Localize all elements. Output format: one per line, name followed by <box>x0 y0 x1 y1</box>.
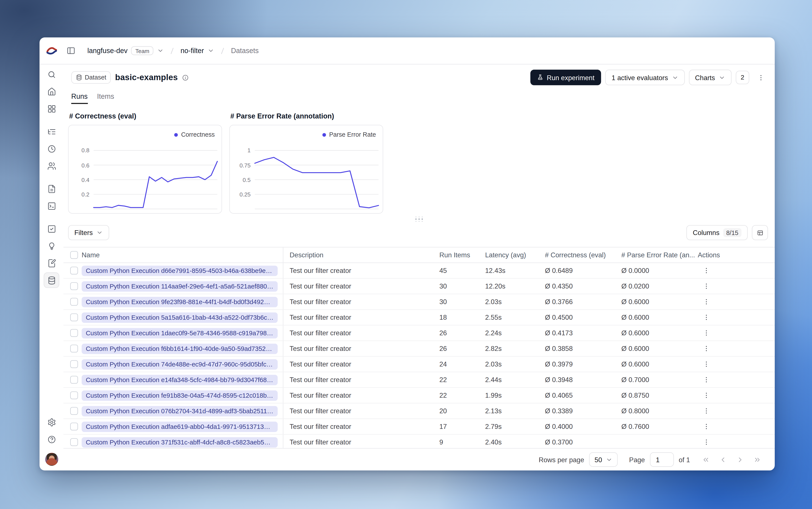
sidebar-item-dashboards[interactable] <box>44 101 59 116</box>
row-checkbox[interactable] <box>70 423 78 430</box>
sidebar-item-prompts[interactable] <box>44 181 59 197</box>
sidebar-item-annotation[interactable] <box>44 255 59 271</box>
more-actions-button[interactable] <box>753 70 768 85</box>
rows-per-page-select[interactable]: 50 <box>589 452 618 467</box>
row-actions-menu-button[interactable] <box>699 279 713 293</box>
chevron-down-icon <box>208 47 214 54</box>
page-number-input[interactable] <box>650 452 674 467</box>
row-checkbox[interactable] <box>70 298 78 306</box>
run-name-link[interactable]: Custom Python Execution e14fa348-5cfc-49… <box>82 374 278 385</box>
sidebar-item-evaluation[interactable] <box>44 221 59 237</box>
run-name-link[interactable]: Custom Python Execution 9fe23f98-881e-44… <box>82 297 278 307</box>
chart-resize-handle[interactable] <box>414 217 424 222</box>
langfuse-logo[interactable] <box>39 47 63 55</box>
run-name-link[interactable]: Custom Python Execution d66e7991-8595-45… <box>82 265 278 276</box>
user-avatar[interactable] <box>45 453 58 466</box>
pagination-controls <box>698 452 764 467</box>
sidebar-item-tracing[interactable] <box>44 124 59 139</box>
active-evaluators-dropdown[interactable]: 1 active evaluators <box>605 70 685 86</box>
table-row: Custom Python Execution f6bb1614-1f90-40… <box>64 341 775 357</box>
previous-page-button[interactable] <box>715 452 730 467</box>
row-actions-menu-button[interactable] <box>699 420 713 433</box>
run-name-link[interactable]: Custom Python Execution 076b2704-341d-48… <box>82 406 278 416</box>
chevron-down-icon <box>672 74 678 81</box>
row-checkbox[interactable] <box>70 361 78 368</box>
last-page-button[interactable] <box>750 452 764 467</box>
row-checkbox[interactable] <box>70 438 78 446</box>
dataset-info-button[interactable] <box>182 74 189 81</box>
run-experiment-button[interactable]: Run experiment <box>530 70 601 86</box>
run-name-link[interactable]: Custom Python Execution 74de488e-ec9d-47… <box>82 359 278 369</box>
column-header-correctness: # Correctness (eval) <box>545 251 621 259</box>
row-checkbox[interactable] <box>70 392 78 399</box>
organization-selector[interactable]: langfuse-dev Team <box>87 46 164 55</box>
sidebar-item-sessions[interactable] <box>44 141 59 157</box>
run-name-link[interactable]: Custom Python Execution 114aa9ef-29e6-4e… <box>82 281 278 291</box>
tab-items[interactable]: Items <box>97 93 114 104</box>
run-correctness: Ø 0.4065 <box>545 392 621 399</box>
sidebar-item-datasets[interactable] <box>44 272 59 288</box>
run-name-link[interactable]: Custom Python Execution fe91b83e-04a5-47… <box>82 390 278 401</box>
row-actions-menu-button[interactable] <box>699 373 713 386</box>
row-actions-menu-button[interactable] <box>699 358 713 371</box>
sidebar-item-home[interactable] <box>44 83 59 99</box>
row-checkbox[interactable] <box>70 329 78 337</box>
kebab-menu-icon <box>702 298 710 306</box>
filters-label: Filters <box>74 229 93 237</box>
tab-runs[interactable]: Runs <box>71 93 88 104</box>
row-actions-menu-button[interactable] <box>699 404 713 417</box>
row-checkbox[interactable] <box>70 314 78 321</box>
organization-name: langfuse-dev <box>87 47 128 55</box>
row-checkbox[interactable] <box>70 407 78 415</box>
column-header-description: Description <box>283 251 439 259</box>
table-layout-icon <box>757 230 763 236</box>
sidebar-item-judge[interactable] <box>44 238 59 253</box>
sidebar-toggle-button[interactable] <box>64 43 78 58</box>
table-row: Custom Python Execution 076b2704-341d-48… <box>64 403 775 419</box>
next-page-button[interactable] <box>733 452 747 467</box>
gear-icon <box>47 417 56 427</box>
sidebar-item-search[interactable] <box>44 67 59 82</box>
sidebar-item-playground[interactable] <box>44 198 59 213</box>
select-all-checkbox[interactable] <box>70 251 78 259</box>
first-page-button[interactable] <box>698 452 713 467</box>
run-latency: 12.20s <box>485 282 545 290</box>
table-row: Custom Python Execution e14fa348-5cfc-49… <box>64 372 775 388</box>
row-actions-menu-button[interactable] <box>699 342 713 355</box>
run-correctness: Ø 0.3979 <box>545 360 621 368</box>
sidebar-item-settings[interactable] <box>44 414 59 430</box>
row-checkbox[interactable] <box>70 267 78 274</box>
run-name-link[interactable]: Custom Python Execution 5a15a616-1bab-44… <box>82 312 278 323</box>
row-actions-menu-button[interactable] <box>699 295 713 308</box>
sidebar-item-support[interactable] <box>44 432 59 447</box>
row-actions-menu-button[interactable] <box>699 264 713 277</box>
row-actions-menu-button[interactable] <box>699 435 713 448</box>
run-name-link[interactable]: Custom Python Execution adfae619-abb0-4d… <box>82 421 278 432</box>
filters-button[interactable]: Filters <box>68 225 109 240</box>
run-name-link[interactable]: Custom Python Execution f6bb1614-1f90-40… <box>82 343 278 354</box>
row-checkbox[interactable] <box>70 376 78 383</box>
toolbar-right: Columns 8/15 <box>686 225 768 240</box>
columns-button[interactable]: Columns 8/15 <box>686 225 748 240</box>
charts-dropdown[interactable]: Charts <box>689 70 732 86</box>
row-actions-menu-button[interactable] <box>699 388 713 402</box>
row-checkbox[interactable] <box>70 345 78 352</box>
project-selector[interactable]: no-filter <box>180 47 214 55</box>
chevron-left-icon <box>719 456 726 464</box>
kebab-menu-icon <box>702 422 710 430</box>
chevron-right-icon <box>736 456 744 464</box>
run-name-link[interactable]: Custom Python Execution 371f531c-abff-4d… <box>82 437 278 447</box>
row-checkbox[interactable] <box>70 282 78 290</box>
run-name-link[interactable]: Custom Python Execution 1daec0f9-5e78-43… <box>82 328 278 338</box>
project-name: no-filter <box>180 47 204 55</box>
kebab-menu-icon <box>702 267 710 274</box>
run-latency: 2.55s <box>485 313 545 321</box>
table-view-options-button[interactable] <box>752 225 768 240</box>
breadcrumb: langfuse-dev Team no-filter Datasets <box>87 46 259 55</box>
run-parse-error-rate: Ø 0.8000 <box>621 407 698 415</box>
chart-card: Correctness 0.20.40.60.8 <box>68 125 222 213</box>
row-actions-menu-button[interactable] <box>699 311 713 324</box>
breadcrumb-separator <box>168 46 176 55</box>
sidebar-item-users[interactable] <box>44 158 59 174</box>
row-actions-menu-button[interactable] <box>699 326 713 340</box>
